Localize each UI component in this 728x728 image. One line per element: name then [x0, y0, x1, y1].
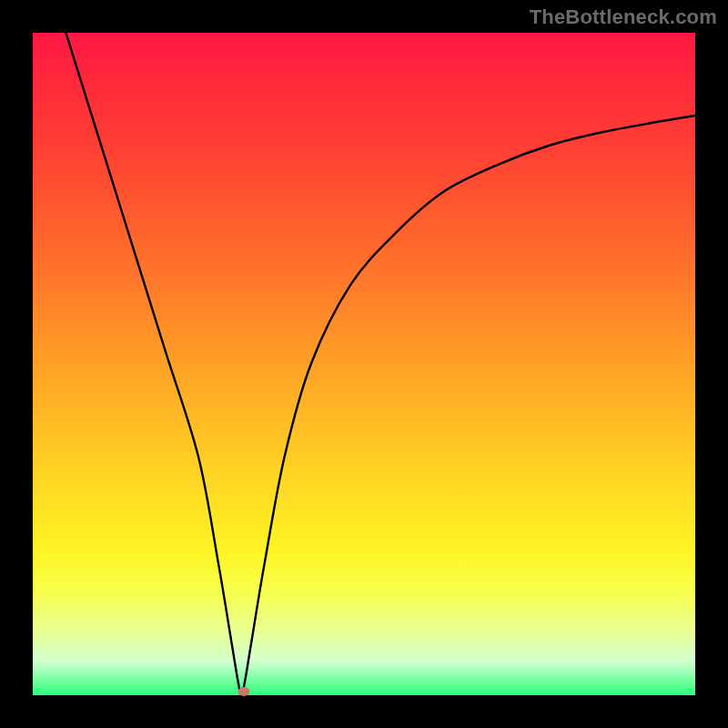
- curve-svg: [33, 33, 695, 695]
- plot-area: [33, 33, 695, 695]
- chart-frame: TheBottleneck.com: [0, 0, 728, 728]
- bottleneck-curve: [66, 33, 695, 695]
- minimum-marker: [238, 687, 249, 696]
- watermark-text: TheBottleneck.com: [530, 5, 717, 29]
